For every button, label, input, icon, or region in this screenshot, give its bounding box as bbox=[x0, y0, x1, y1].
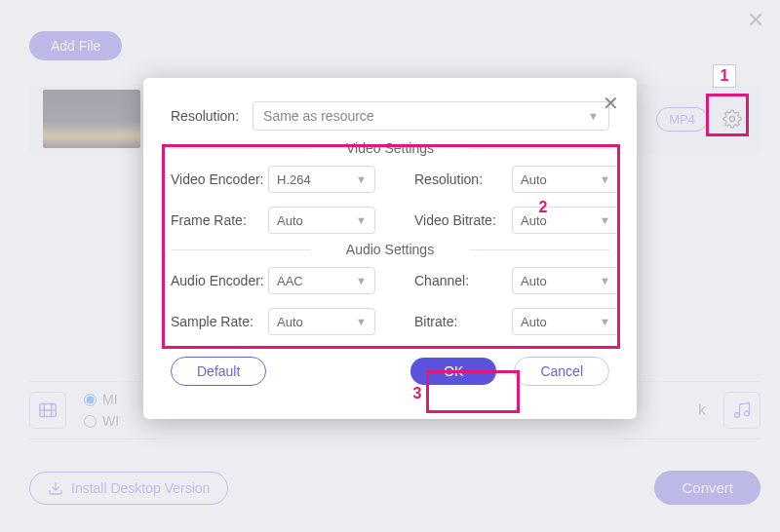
chevron-down-icon: ▼ bbox=[600, 316, 610, 327]
footer: Install Desktop Version Convert bbox=[29, 471, 760, 505]
video-encoder-select[interactable]: H.264▼ bbox=[268, 166, 375, 193]
chevron-down-icon: ▼ bbox=[356, 275, 367, 286]
radio-1[interactable] bbox=[84, 394, 97, 406]
radio-2-label: WI bbox=[102, 413, 119, 429]
video-bitrate-select[interactable]: Auto▼ bbox=[512, 207, 619, 234]
video-icon[interactable] bbox=[29, 392, 66, 429]
video-thumbnail bbox=[43, 90, 140, 148]
radio-group: MI WI bbox=[84, 392, 119, 429]
chevron-down-icon: ▼ bbox=[600, 173, 610, 185]
chevron-down-icon: ▼ bbox=[356, 173, 367, 185]
resolution2-select[interactable]: Auto▼ bbox=[512, 166, 619, 193]
svg-point-5 bbox=[735, 413, 740, 418]
app-close-icon[interactable]: ✕ bbox=[747, 8, 764, 33]
svg-point-0 bbox=[730, 117, 735, 122]
modal-close-icon[interactable]: ✕ bbox=[603, 92, 619, 115]
chevron-down-icon: ▼ bbox=[356, 316, 367, 327]
audio-bitrate-select[interactable]: Auto▼ bbox=[512, 308, 619, 335]
audio-encoder-label: Audio Encoder: bbox=[171, 273, 268, 288]
cancel-button[interactable]: Cancel bbox=[514, 357, 609, 386]
install-desktop-button[interactable]: Install Desktop Version bbox=[29, 472, 228, 505]
audio-settings-title: Audio Settings bbox=[171, 242, 609, 257]
resolution-label: Resolution: bbox=[171, 108, 239, 124]
default-button[interactable]: Default bbox=[171, 357, 266, 386]
audio-icon[interactable] bbox=[723, 392, 760, 429]
radio-2[interactable] bbox=[84, 415, 97, 428]
resolution-select[interactable]: Same as resource ▼ bbox=[253, 101, 609, 131]
convert-button[interactable]: Convert bbox=[654, 471, 760, 505]
add-file-button[interactable]: Add File bbox=[29, 31, 122, 60]
radio-option-1[interactable]: MI bbox=[84, 392, 119, 407]
channel-label: Channel: bbox=[414, 273, 512, 288]
download-icon bbox=[48, 480, 63, 496]
svg-point-6 bbox=[745, 411, 750, 416]
audio-bitrate-label: Bitrate: bbox=[414, 314, 512, 329]
audio-encoder-select[interactable]: AAC▼ bbox=[268, 267, 375, 294]
ok-button[interactable]: OK bbox=[410, 358, 496, 385]
resolution-value: Same as resource bbox=[263, 108, 374, 124]
sample-rate-select[interactable]: Auto▼ bbox=[268, 308, 375, 335]
install-label: Install Desktop Version bbox=[71, 480, 210, 496]
settings-modal: ✕ Resolution: Same as resource ▼ Video S… bbox=[143, 78, 637, 419]
gear-icon[interactable] bbox=[718, 104, 747, 133]
radio-option-2[interactable]: WI bbox=[84, 413, 119, 429]
video-encoder-label: Video Encoder: bbox=[171, 171, 268, 187]
channel-select[interactable]: Auto▼ bbox=[512, 267, 619, 294]
chevron-down-icon: ▼ bbox=[600, 214, 610, 226]
chevron-down-icon: ▼ bbox=[600, 275, 610, 286]
chevron-down-icon: ▼ bbox=[588, 110, 599, 122]
sample-rate-label: Sample Rate: bbox=[171, 314, 268, 329]
radio-1-label: MI bbox=[102, 392, 118, 407]
resolution2-label: Resolution: bbox=[414, 171, 512, 187]
format-pill[interactable]: MP4 bbox=[656, 107, 708, 132]
k-label: k bbox=[698, 401, 706, 419]
video-bitrate-label: Video Bitrate: bbox=[414, 212, 512, 228]
frame-rate-label: Frame Rate: bbox=[171, 212, 268, 228]
chevron-down-icon: ▼ bbox=[356, 214, 367, 226]
video-settings-title: Video Settings bbox=[171, 140, 609, 156]
frame-rate-select[interactable]: Auto▼ bbox=[268, 207, 375, 234]
